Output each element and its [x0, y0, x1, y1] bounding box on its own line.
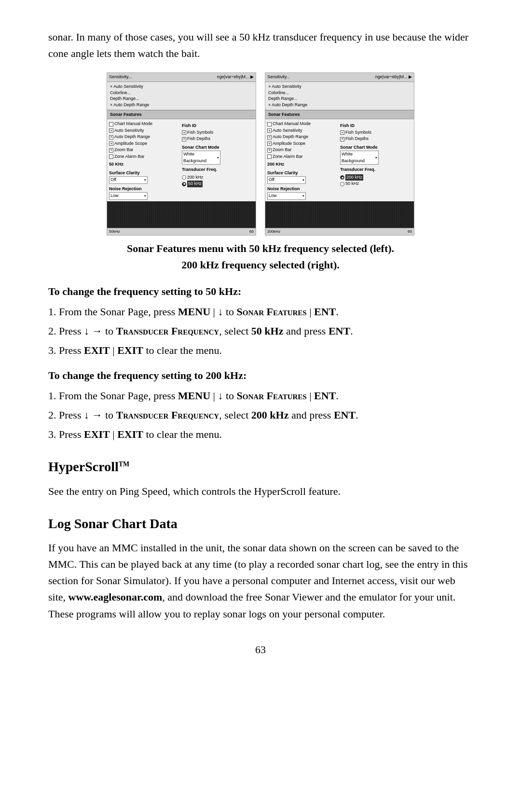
right-menu-colorline: Colorline...	[268, 90, 411, 96]
right-sensitivity-label: Sensitivity...	[267, 74, 290, 81]
intro-paragraph: sonar. In many of those cases, you will …	[48, 29, 473, 62]
section1-step2: 2. Press ↓ → to Transducer Frequency, se…	[48, 323, 473, 339]
left-auto-sensitivity-check	[109, 128, 113, 133]
right-200khz-radio[interactable]	[340, 175, 344, 180]
section2-step2: 2. Press ↓ → to Transducer Frequency, se…	[48, 407, 473, 423]
sonar-screenshots-row: Sensitivity... nge|var÷eby|M... ▶ × Auto…	[48, 72, 473, 236]
right-surface-clarity-dropdown[interactable]: Off	[267, 176, 306, 184]
caption-line2: 200 kHz frequency selected (right).	[48, 257, 473, 273]
right-fish-depths-check	[340, 137, 344, 141]
left-amplitude-check	[109, 141, 113, 146]
right-menu-depth-range: Depth Range...	[268, 96, 411, 102]
log-sonar-text: If you have an MMC installed in the unit…	[48, 540, 473, 622]
right-sonar-chart-mode-dropdown[interactable]: White Background	[340, 151, 379, 165]
right-top-bar-right: nge|var÷eby|M... ▶	[375, 74, 412, 81]
left-chart-freq-label: 50kHz	[109, 229, 120, 235]
left-sonar-chart-mode-label: Sonar Chart Mode	[182, 144, 254, 151]
left-top-bar-right: nge|var÷eby|M... ▶	[217, 74, 254, 81]
section1-heading: To change the frequency setting to 50 kH…	[48, 283, 473, 300]
right-menu-auto-sensitivity: × Auto Sensitivity	[268, 84, 411, 90]
right-menu-auto-depth-range: × Auto Depth Range	[268, 102, 411, 108]
section2-step3: 3. Press EXIT | EXIT to clear the menu.	[48, 426, 473, 443]
left-sonar-chart-mode-dropdown[interactable]: White Background	[182, 151, 220, 165]
left-menu-auto-depth-range: × Auto Depth Range	[110, 102, 253, 108]
left-fish-symbols-check	[182, 130, 186, 135]
left-sonar-panel: Sensitivity... nge|var÷eby|M... ▶ × Auto…	[107, 72, 256, 236]
left-surface-clarity-label: Surface Clarity	[109, 170, 181, 177]
left-surface-clarity-dropdown[interactable]: Off	[109, 176, 148, 184]
left-fish-depths-check	[182, 137, 186, 141]
right-fish-id-label: Fish ID	[340, 123, 412, 129]
left-menu-colorline: Colorline...	[110, 90, 253, 96]
left-50khz-label: 50 KHz	[109, 161, 181, 168]
section2-steps: 1. From the Sonar Page, press MENU | ↓ t…	[48, 388, 473, 443]
left-noise-rejection-dropdown[interactable]: Low	[109, 192, 148, 200]
right-auto-sensitivity-check	[267, 128, 272, 133]
right-chart-freq-label: 200kHz	[267, 229, 280, 235]
hyperscroll-heading: HyperScrollTM	[48, 456, 473, 477]
right-sonar-chart	[265, 201, 414, 228]
section1-step1: 1. From the Sonar Page, press MENU | ↓ t…	[48, 304, 473, 320]
left-fish-id-label: Fish ID	[182, 123, 254, 129]
right-amplitude-check	[267, 141, 272, 146]
left-chart-manual-check	[109, 122, 113, 126]
right-noise-rejection-dropdown[interactable]: Low	[267, 192, 306, 200]
right-auto-depth-check	[267, 135, 272, 140]
right-chart-manual-check	[267, 122, 272, 126]
right-fish-symbols-check	[340, 130, 344, 135]
right-zone-alarm-check	[267, 154, 272, 159]
left-transducer-freq-label: Transducer Freq.	[182, 167, 254, 173]
left-zoom-bar-check	[109, 148, 113, 153]
left-noise-rejection-label: Noise Rejection	[109, 186, 181, 193]
left-sensitivity-label: Sensitivity...	[109, 74, 132, 81]
left-menu-auto-sensitivity: × Auto Sensitivity	[110, 84, 253, 90]
hyperscroll-text: See the entry on Ping Speed, which contr…	[48, 483, 473, 500]
left-chart-depth-label: 60	[249, 229, 254, 235]
right-sonar-panel: Sensitivity... nge|var÷eby|M... ▶ × Auto…	[265, 72, 414, 236]
right-zoom-bar-check	[267, 148, 272, 153]
section1-steps: 1. From the Sonar Page, press MENU | ↓ t…	[48, 304, 473, 359]
left-200khz-radio[interactable]	[182, 175, 186, 180]
page-number: 63	[48, 642, 473, 658]
right-noise-rejection-label: Noise Rejection	[267, 186, 339, 193]
log-sonar-heading: Log Sonar Chart Data	[48, 513, 473, 534]
right-chart-depth-label: 60	[408, 229, 412, 235]
right-features-header: Sonar Features	[265, 110, 414, 120]
caption-line1: Sonar Features menu with 50 kHz frequenc…	[48, 240, 473, 257]
section2-step1: 1. From the Sonar Page, press MENU | ↓ t…	[48, 388, 473, 404]
right-surface-clarity-label: Surface Clarity	[267, 170, 339, 177]
left-features-header: Sonar Features	[107, 110, 256, 120]
right-200khz-selected-label: 200 kHz	[345, 174, 363, 181]
left-sonar-chart	[107, 201, 256, 228]
section2-heading: To change the frequency setting to 200 k…	[48, 367, 473, 384]
left-auto-depth-check	[109, 135, 113, 140]
right-sonar-chart-mode-label: Sonar Chart Mode	[340, 144, 412, 151]
left-zone-alarm-check	[109, 154, 113, 159]
section1-step3: 3. Press EXIT | EXIT to clear the menu.	[48, 342, 473, 359]
left-50khz-selected-label: 50 kHz	[187, 181, 203, 187]
left-50khz-radio[interactable]	[182, 182, 186, 186]
right-50khz-radio[interactable]	[340, 182, 344, 186]
right-transducer-freq-label: Transducer Freq.	[340, 167, 412, 173]
left-menu-depth-range: Depth Range...	[110, 96, 253, 102]
right-200khz-label: 200 KHz	[267, 161, 339, 168]
caption-area: Sonar Features menu with 50 kHz frequenc…	[48, 240, 473, 273]
